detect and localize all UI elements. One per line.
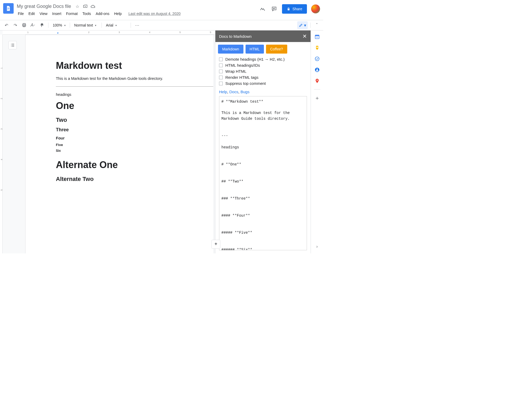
menu-view[interactable]: View: [38, 11, 50, 17]
paint-format-button[interactable]: [38, 22, 46, 29]
redo-button[interactable]: ↷: [12, 22, 19, 29]
tab-coffee[interactable]: Coffee?: [266, 45, 287, 54]
pencil-icon: [299, 23, 303, 27]
contacts-icon[interactable]: [315, 67, 320, 72]
checkbox-wrap-html[interactable]: [219, 70, 223, 73]
undo-button[interactable]: ↶: [3, 22, 10, 29]
docs-logo-icon: [6, 5, 11, 12]
vertical-ruler[interactable]: 1 2 3 4 5: [0, 35, 3, 253]
doc-heading-1: One: [56, 100, 189, 111]
doc-heading-2: Two: [56, 117, 189, 123]
bugs-link[interactable]: Bugs: [241, 90, 249, 94]
cloud-saved-icon[interactable]: [91, 4, 96, 9]
strip-divider: [314, 89, 320, 90]
app-header: My great Google Docs file ☆ File Edit Vi…: [0, 0, 323, 20]
hide-side-panel-button[interactable]: ›: [315, 244, 320, 249]
doc-heading-3: Three: [56, 127, 189, 133]
docs-logo[interactable]: [3, 3, 14, 14]
page[interactable]: Markdown test This is a Markdown test fo…: [25, 35, 214, 253]
keep-icon[interactable]: [315, 45, 320, 50]
last-edit-link[interactable]: Last edit was on August 4, 2020: [129, 12, 180, 16]
indent-marker-icon[interactable]: ▾: [57, 32, 58, 34]
calendar-icon[interactable]: 31: [315, 34, 320, 39]
collapse-toolbar-button[interactable]: ˆ: [313, 22, 321, 29]
move-icon[interactable]: [83, 4, 88, 9]
share-button[interactable]: Share: [282, 4, 307, 14]
toolbar: ↶ ↷ A✓ 100%▾ Normal text▾ Arial▾ ⋯ ▾ ˆ: [0, 20, 323, 30]
svg-text:31: 31: [316, 36, 318, 39]
menu-help[interactable]: Help: [112, 11, 124, 17]
svg-point-10: [316, 80, 317, 81]
chevron-down-icon: ▾: [304, 23, 306, 28]
print-button[interactable]: [20, 22, 28, 29]
addon-links: Help, Docs, Bugs: [215, 88, 311, 96]
svg-point-7: [315, 57, 319, 61]
menu-file[interactable]: File: [16, 11, 26, 17]
document-title[interactable]: My great Google Docs file: [16, 3, 72, 10]
share-label: Share: [292, 7, 302, 11]
side-panel-strip: 31 ＋ ›: [311, 30, 323, 253]
more-toolbar-button[interactable]: ⋯: [134, 22, 141, 29]
font-select[interactable]: Arial▾: [104, 22, 128, 29]
checkbox-label: Wrap HTML: [225, 69, 247, 74]
checkbox-label: Demote headings (H1 → H2, etc.): [225, 57, 285, 61]
tab-markdown[interactable]: Markdown: [218, 45, 243, 54]
checkbox-label: HTML headings/IDs: [225, 63, 260, 67]
addon-title: Docs to Markdown: [219, 34, 252, 39]
user-avatar[interactable]: [311, 4, 320, 13]
horizontal-rule: [56, 86, 213, 87]
svg-rect-4: [315, 35, 319, 36]
ruler-num: 4: [149, 31, 150, 34]
addon-header: Docs to Markdown ✕: [215, 30, 311, 42]
checkbox-render-html[interactable]: [219, 76, 223, 79]
tasks-icon[interactable]: [315, 56, 320, 61]
menu-format[interactable]: Format: [64, 11, 80, 17]
addon-panel: Docs to Markdown ✕ Markdown HTML Coffee?…: [215, 30, 311, 253]
title-area: My great Google Docs file ☆ File Edit Vi…: [16, 2, 259, 17]
menu-edit[interactable]: Edit: [26, 11, 37, 17]
help-link[interactable]: Help: [219, 90, 227, 94]
doc-heading-4: Four: [56, 136, 189, 140]
star-icon[interactable]: ☆: [75, 4, 80, 9]
explore-button[interactable]: [211, 240, 220, 249]
horizontal-ruler[interactable]: 1 2 3 4 5 5 ▾: [3, 30, 215, 35]
maps-icon[interactable]: [315, 78, 320, 84]
menu-addons[interactable]: Add-ons: [94, 11, 111, 17]
svg-point-6: [316, 47, 318, 48]
doc-heading-6: Six: [56, 149, 189, 153]
activity-icon[interactable]: [259, 5, 266, 13]
doc-heading-5: Five: [56, 143, 189, 147]
checkbox-demote-headings[interactable]: [219, 58, 223, 61]
svg-point-9: [316, 69, 318, 70]
doc-paragraph: This is a Markdown test for the Markdown…: [56, 76, 189, 81]
main-area: 1 2 3 4 5 5 ▾ 1 2 3 4 5 Markdown test Th…: [0, 30, 323, 253]
menu-insert[interactable]: Insert: [50, 11, 63, 17]
markdown-output[interactable]: # **Markdown test** This is a Markdown t…: [219, 96, 307, 250]
comments-icon[interactable]: [270, 5, 278, 13]
addon-tabs: Markdown HTML Coffee?: [215, 42, 311, 56]
add-addon-button[interactable]: ＋: [315, 95, 320, 101]
addon-options: Demote headings (H1 → H2, etc.) HTML hea…: [215, 56, 311, 88]
spellcheck-button[interactable]: A✓: [29, 22, 37, 29]
editing-mode-button[interactable]: ▾: [297, 21, 308, 29]
menu-tools[interactable]: Tools: [80, 11, 93, 17]
doc-paragraph: headings: [56, 92, 189, 97]
doc-heading-alt1: Alternate One: [56, 159, 189, 170]
explore-icon: [214, 242, 218, 247]
zoom-select[interactable]: 100%▾: [51, 22, 67, 29]
checkbox-suppress-comment[interactable]: [219, 82, 223, 85]
document-outline-button[interactable]: [8, 41, 17, 49]
doc-heading-alt2: Alternate Two: [56, 176, 189, 183]
tab-html[interactable]: HTML: [246, 45, 264, 54]
ruler-num: 3: [119, 31, 120, 34]
paragraph-style-select[interactable]: Normal text▾: [73, 22, 99, 29]
close-addon-button[interactable]: ✕: [302, 33, 307, 39]
document-area: 1 2 3 4 5 5 ▾ 1 2 3 4 5 Markdown test Th…: [0, 30, 215, 253]
checkbox-label: Render HTML tags: [225, 75, 258, 80]
header-right: Share: [259, 4, 320, 14]
menu-bar: File Edit View Insert Format Tools Add-o…: [16, 11, 259, 17]
ruler-num: 5: [179, 31, 181, 34]
docs-link[interactable]: Docs: [229, 90, 238, 94]
lock-icon: [287, 7, 290, 11]
checkbox-html-headings[interactable]: [219, 64, 223, 67]
